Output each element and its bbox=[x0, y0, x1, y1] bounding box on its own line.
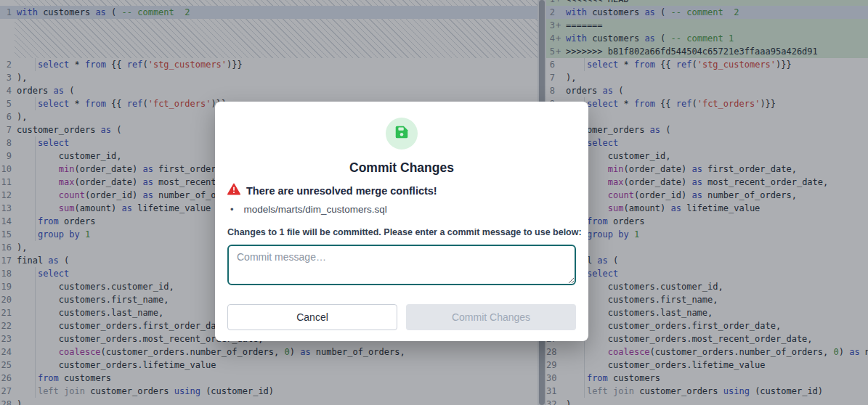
conflict-file-item: • models/marts/dim_customers.sql bbox=[230, 204, 387, 215]
commit-changes-button[interactable]: Commit Changes bbox=[406, 304, 576, 330]
conflict-file-path: models/marts/dim_customers.sql bbox=[244, 204, 387, 215]
commit-changes-modal: Commit Changes There are unresolved merg… bbox=[215, 102, 588, 341]
save-icon bbox=[394, 124, 410, 143]
commit-instruction: Changes to 1 file will be committed. Ple… bbox=[227, 227, 582, 237]
bullet-icon: • bbox=[230, 204, 234, 215]
merge-conflict-warning: There are unresolved merge conflicts! bbox=[246, 185, 437, 197]
modal-title: Commit Changes bbox=[215, 160, 588, 176]
ide-diff-screen: 1with customers as ( -- comment 22 selec… bbox=[0, 0, 868, 405]
cancel-button[interactable]: Cancel bbox=[227, 304, 397, 330]
save-icon-badge bbox=[386, 118, 418, 150]
commit-message-input[interactable] bbox=[227, 245, 576, 285]
warning-icon bbox=[227, 183, 240, 198]
